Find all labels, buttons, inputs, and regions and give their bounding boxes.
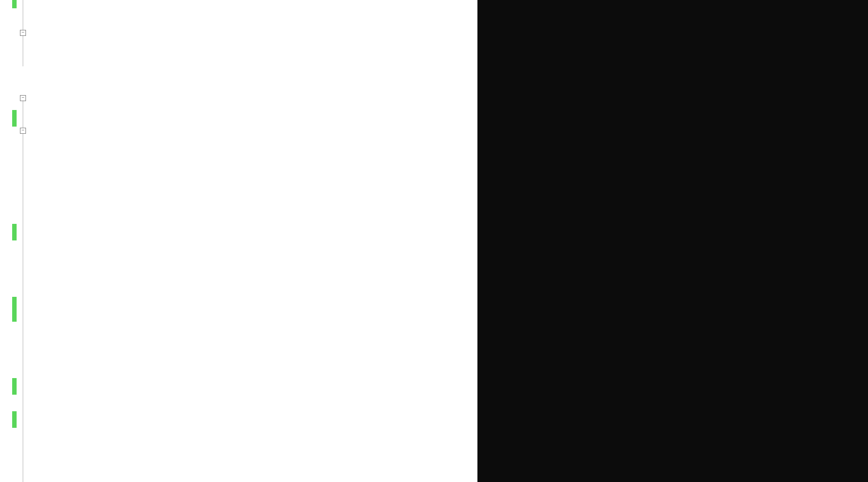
gutter [0, 0, 17, 482]
fold-toggle-icon[interactable]: − [20, 128, 26, 134]
change-mark [12, 411, 17, 428]
change-mark [12, 297, 17, 322]
console-output[interactable] [477, 0, 868, 482]
change-mark [12, 224, 17, 240]
change-mark [12, 0, 17, 8]
fold-toggle-icon[interactable]: − [20, 95, 26, 101]
fold-toggle-icon[interactable]: − [20, 30, 26, 36]
change-mark [12, 378, 17, 395]
change-mark [12, 110, 17, 127]
code-editor[interactable]: − − − [0, 0, 477, 482]
